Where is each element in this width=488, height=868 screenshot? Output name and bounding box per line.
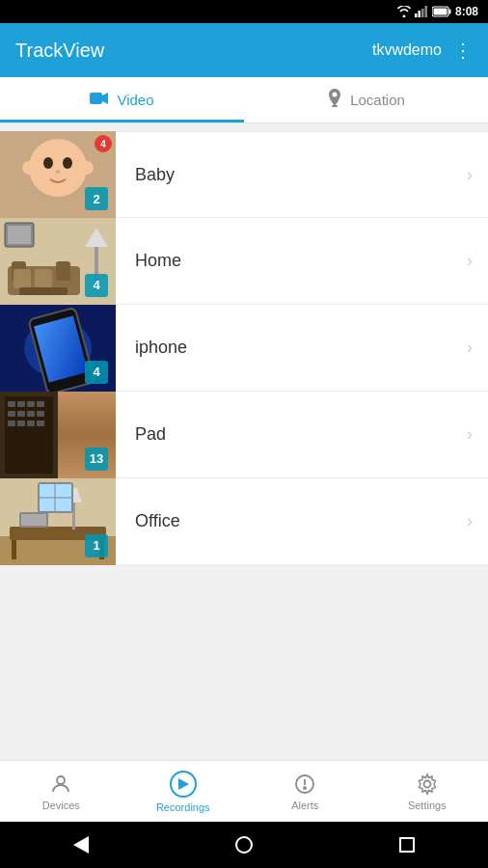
iphone-count-badge: 4	[85, 361, 108, 384]
svg-point-13	[63, 157, 72, 169]
iphone-thumbnail: 4	[0, 305, 116, 392]
list-item[interactable]: 1 Office ›	[0, 478, 488, 565]
status-bar: 8:08	[0, 0, 488, 23]
menu-icon[interactable]: ⋮	[453, 39, 473, 62]
header-right: tkvwdemo ⋮	[372, 39, 473, 62]
nav-item-settings[interactable]: Settings	[366, 761, 489, 822]
svg-rect-53	[12, 540, 16, 559]
pad-thumbnail: 13	[0, 392, 116, 478]
baby-notification-badge: 4	[95, 135, 112, 152]
settings-nav-label: Settings	[408, 800, 447, 811]
nav-item-devices[interactable]: Devices	[0, 761, 122, 822]
svg-point-14	[56, 170, 60, 174]
pad-chevron: ›	[467, 424, 473, 445]
svg-rect-5	[448, 10, 450, 14]
video-tab-label: Video	[117, 92, 153, 108]
recents-button[interactable]	[388, 826, 426, 864]
svg-rect-22	[14, 269, 31, 288]
pad-count-badge: 13	[85, 448, 108, 471]
home-label: Home	[116, 251, 467, 271]
svg-rect-36	[8, 401, 15, 407]
video-tab-icon	[90, 92, 109, 109]
baby-chevron: ›	[467, 165, 473, 185]
svg-rect-35	[5, 396, 53, 474]
office-thumbnail: 1	[0, 478, 116, 565]
system-bar	[0, 822, 488, 868]
devices-list: 4 2 Baby ›	[0, 131, 488, 565]
devices-icon	[49, 773, 72, 796]
office-label: Office	[116, 511, 467, 531]
home-chevron: ›	[467, 251, 473, 271]
svg-rect-0	[415, 14, 418, 17]
svg-rect-23	[35, 269, 52, 288]
home-button[interactable]	[225, 826, 263, 864]
svg-rect-7	[90, 93, 102, 104]
username: tkvwdemo	[372, 41, 442, 59]
nav-item-alerts[interactable]: Alerts	[244, 761, 366, 822]
home-thumbnail: 4	[0, 218, 116, 305]
nav-item-recordings[interactable]: Recordings	[122, 761, 245, 822]
home-count-badge: 4	[85, 274, 108, 297]
svg-rect-41	[17, 411, 25, 417]
battery-icon	[432, 6, 451, 17]
svg-point-61	[57, 776, 65, 784]
svg-rect-38	[27, 401, 35, 407]
back-icon	[73, 836, 89, 854]
bottom-nav: Devices Recordings Alerts Settings	[0, 760, 488, 822]
svg-rect-40	[8, 411, 15, 417]
iphone-label: iphone	[116, 338, 467, 358]
wifi-icon	[397, 6, 411, 17]
signal-icon	[415, 6, 428, 17]
tab-location[interactable]: Location	[244, 77, 488, 122]
tabs-bar: Video Location	[0, 77, 488, 123]
header: TrackView tkvwdemo ⋮	[0, 23, 488, 77]
office-chevron: ›	[467, 511, 473, 531]
devices-nav-label: Devices	[42, 800, 80, 811]
location-tab-label: Location	[350, 92, 405, 108]
svg-rect-44	[8, 420, 15, 426]
svg-rect-43	[37, 411, 44, 417]
svg-rect-21	[56, 261, 70, 281]
home-icon	[235, 836, 253, 854]
svg-rect-1	[418, 11, 420, 17]
svg-point-15	[22, 161, 36, 175]
list-item[interactable]: 13 Pad ›	[0, 392, 488, 478]
svg-point-11	[29, 139, 87, 197]
tab-video[interactable]: Video	[0, 77, 244, 122]
svg-point-64	[304, 787, 306, 789]
app-title: TrackView	[15, 40, 104, 62]
recordings-nav-label: Recordings	[156, 801, 210, 813]
alerts-nav-label: Alerts	[291, 800, 318, 811]
status-time: 8:08	[455, 5, 478, 18]
back-button[interactable]	[62, 826, 100, 864]
recordings-icon	[170, 771, 197, 798]
list-item[interactable]: 4 2 Baby ›	[0, 131, 488, 218]
svg-rect-26	[19, 287, 68, 295]
svg-rect-3	[424, 6, 427, 17]
svg-point-16	[80, 161, 94, 175]
svg-rect-46	[27, 420, 35, 426]
svg-point-65	[423, 780, 430, 787]
office-count-badge: 1	[85, 534, 108, 557]
baby-thumbnail: 4 2	[0, 131, 116, 218]
svg-point-8	[333, 92, 338, 96]
pad-label: Pad	[116, 424, 467, 445]
svg-rect-6	[433, 9, 447, 15]
list-item[interactable]: 4 Home ›	[0, 218, 488, 305]
list-item[interactable]: 4 iphone ›	[0, 305, 488, 392]
svg-rect-37	[17, 401, 25, 407]
recents-icon	[399, 837, 415, 853]
svg-rect-2	[421, 9, 424, 17]
location-tab-icon	[327, 89, 342, 112]
svg-point-12	[43, 157, 53, 169]
svg-rect-9	[332, 105, 338, 107]
play-triangle	[178, 778, 189, 790]
iphone-chevron: ›	[467, 338, 473, 358]
svg-rect-56	[21, 514, 46, 526]
settings-icon	[416, 773, 439, 796]
svg-rect-47	[37, 420, 44, 426]
baby-count-badge: 2	[85, 187, 108, 210]
svg-rect-42	[27, 411, 35, 417]
svg-rect-28	[8, 226, 31, 244]
alerts-icon	[293, 773, 316, 796]
